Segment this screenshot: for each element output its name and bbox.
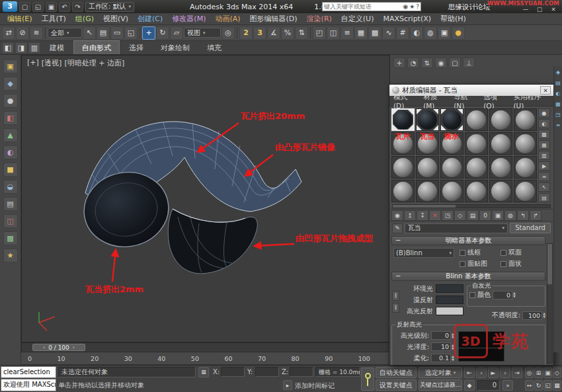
menu-customize[interactable]: 自定义(U): [337, 14, 379, 24]
x-coordinate-field[interactable]: [221, 367, 245, 377]
close-button[interactable]: ✕: [549, 6, 558, 13]
help-icon[interactable]: ?: [416, 3, 419, 10]
side-tool-5-button[interactable]: ◳: [555, 112, 561, 118]
ribbon-tab-selection[interactable]: 选择: [121, 41, 151, 54]
material-slot[interactable]: [440, 180, 463, 202]
material-slot[interactable]: [440, 156, 463, 178]
dock-tool-5-button[interactable]: ▲: [3, 128, 18, 142]
hierarchy-tab[interactable]: ⇅: [421, 58, 433, 68]
material-type-button[interactable]: Standard: [510, 223, 551, 233]
material-name-combo[interactable]: 瓦当 ▾: [405, 223, 508, 233]
select-and-move-button[interactable]: +: [142, 26, 155, 40]
maximize-viewport-button[interactable]: ▦: [553, 380, 561, 391]
faceted-checkbox[interactable]: 面状: [501, 259, 534, 268]
get-material-button[interactable]: ◉: [391, 210, 403, 221]
make-preview-button[interactable]: ▶: [538, 161, 550, 171]
sample-uv-tiling-button[interactable]: ▦: [538, 140, 550, 149]
menu-tools[interactable]: 工具(T): [37, 14, 71, 24]
menu-modifiers[interactable]: 修改器(M): [167, 14, 210, 24]
undo-button[interactable]: ↶: [59, 2, 70, 12]
menu-animation[interactable]: 动画(A): [210, 14, 245, 24]
field-of-view-button[interactable]: ◇: [553, 368, 561, 378]
set-key-button[interactable]: 设置关键点: [376, 379, 417, 391]
add-time-tag[interactable]: 添加时间标记: [295, 381, 335, 391]
menu-help[interactable]: 帮助(H): [436, 14, 471, 24]
zoom-extents-button[interactable]: ▣: [543, 368, 552, 378]
z-coordinate-field[interactable]: [290, 367, 313, 377]
time-slider-track[interactable]: ‹ 0 / 100 ›: [21, 342, 390, 352]
dock-tool-12-button[interactable]: ★: [3, 249, 18, 262]
face-map-checkbox[interactable]: 面贴图: [460, 259, 498, 268]
graphite-toggle-button[interactable]: ▩: [368, 26, 381, 40]
material-slot[interactable]: [514, 156, 537, 178]
ribbon-tool-1-button[interactable]: ◧: [2, 42, 14, 54]
dock-tool-6-button[interactable]: ◐: [3, 145, 18, 159]
ribbon-tab-modeling[interactable]: 建模: [42, 41, 72, 54]
shader-type-dropdown[interactable]: (B)Blinn ▾: [393, 248, 454, 258]
maxscript-macro-line[interactable]: clearSelection: [1, 366, 56, 378]
display-tab[interactable]: ▢: [449, 58, 461, 68]
show-map-in-viewport-button[interactable]: ▣: [492, 210, 504, 221]
render-production-button[interactable]: ●: [452, 26, 465, 40]
ribbon-tool-2-button[interactable]: ◨: [15, 42, 27, 54]
new-scene-button[interactable]: ▢: [19, 2, 30, 12]
me-menu-modes[interactable]: 模式(D): [393, 93, 417, 110]
previous-frame-button[interactable]: ‹: [476, 368, 487, 378]
menu-maxscript[interactable]: MAXScript(X): [378, 15, 436, 23]
select-by-material-button[interactable]: ↖: [538, 182, 550, 192]
ribbon-tab-populate[interactable]: 填充: [199, 41, 229, 54]
dock-tool-9-button[interactable]: ▤: [3, 197, 18, 211]
material-slot[interactable]: [465, 156, 488, 178]
self-illum-color-checkbox[interactable]: [469, 292, 475, 298]
set-key-big-button[interactable]: [361, 368, 374, 391]
application-menu-button[interactable]: 3: [3, 1, 17, 12]
play-button[interactable]: ►: [488, 368, 499, 378]
me-menu-utilities[interactable]: 实用程序(U): [513, 93, 549, 110]
material-slot[interactable]: [391, 180, 415, 202]
manage-layers-button[interactable]: ▦: [354, 26, 368, 40]
specular-color-swatch[interactable]: [436, 307, 463, 315]
search-input[interactable]: [324, 3, 401, 10]
dock-tool-2-button[interactable]: ◆: [3, 77, 18, 91]
window-crossing-button[interactable]: ◱: [124, 26, 138, 40]
star-icon[interactable]: ★: [409, 3, 415, 10]
next-frame-button[interactable]: ›: [500, 368, 510, 378]
selection-filter-dropdown[interactable]: 选定对象 ▾: [419, 367, 462, 378]
viewport-menu-general[interactable]: [+]: [27, 58, 39, 68]
video-color-check-button[interactable]: ▥: [538, 151, 550, 160]
material-slot[interactable]: [489, 108, 512, 131]
wireframe-checkbox[interactable]: 线框: [460, 248, 498, 257]
select-and-link-button[interactable]: ⇄: [2, 26, 15, 40]
rendered-frame-button[interactable]: ▣: [438, 26, 451, 40]
lock-diffuse-specular-button[interactable]: ∥: [392, 303, 399, 313]
use-pivot-center-button[interactable]: ◎: [221, 26, 235, 40]
redo-button[interactable]: ↷: [72, 2, 83, 12]
material-slot[interactable]: [391, 108, 415, 131]
next-key-button[interactable]: »: [502, 380, 513, 391]
make-unique-button[interactable]: ◇: [454, 210, 466, 221]
options-button[interactable]: ≡: [538, 172, 550, 181]
rollout-blinn-basic-parameters[interactable]: − Blinn 基本参数: [391, 272, 545, 281]
ribbon-tool-3-button[interactable]: ▥: [28, 42, 40, 54]
put-material-to-scene-button[interactable]: ↥: [404, 210, 416, 221]
slider-left-arrow-icon[interactable]: ‹: [43, 344, 45, 350]
dock-tool-7-button[interactable]: ■: [3, 163, 18, 176]
material-editor-button[interactable]: ◐: [410, 26, 423, 40]
save-file-button[interactable]: ▣: [46, 2, 57, 12]
sample-type-button[interactable]: ●: [538, 108, 550, 118]
snap-toggle-2d-button[interactable]: 2: [239, 26, 253, 40]
material-slot[interactable]: [440, 108, 463, 131]
background-button[interactable]: ▩: [538, 130, 550, 139]
maximize-button[interactable]: □: [535, 6, 544, 13]
reference-coordinate-combo[interactable]: 视图 ▾: [184, 28, 221, 38]
open-file-button[interactable]: ◱: [32, 2, 44, 12]
mirror-button[interactable]: ◫: [327, 26, 340, 40]
schematic-view-button[interactable]: #: [396, 26, 409, 40]
select-and-scale-button[interactable]: ▱: [170, 26, 183, 40]
material-slot[interactable]: [465, 180, 488, 202]
go-to-sibling-button[interactable]: ↱: [530, 210, 542, 221]
viewport-menu-shading[interactable]: [明暗处理 + 边面]: [64, 58, 124, 68]
ribbon-tab-freeform[interactable]: 自由形式: [73, 40, 120, 54]
motion-tab[interactable]: ◉: [435, 58, 447, 68]
me-menu-material[interactable]: 材质(M): [423, 93, 447, 110]
